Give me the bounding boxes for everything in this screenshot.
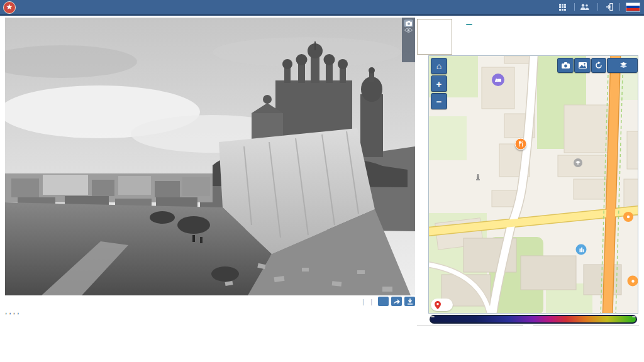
pastvu-page: ★ xyxy=(0,0,644,362)
watermark-button[interactable] xyxy=(378,297,389,306)
melnitsa-poi-icon[interactable] xyxy=(623,212,633,222)
grid-icon xyxy=(559,4,566,11)
top-navbar: ★ xyxy=(0,0,644,16)
uploader-drawing-thumbnail[interactable] xyxy=(417,19,452,55)
photo-info-block xyxy=(5,305,341,321)
propagandist-poi-icon[interactable] xyxy=(576,244,587,255)
users-icon xyxy=(580,4,589,10)
academy-poi-icon[interactable] xyxy=(574,158,582,167)
nav-separator xyxy=(597,3,598,11)
nav-login[interactable] xyxy=(604,3,614,11)
advisor-badge xyxy=(466,24,472,25)
photo-stats-strip xyxy=(402,18,415,62)
slonov-poi-icon[interactable] xyxy=(628,276,638,287)
restaurant-pin-icon[interactable] xyxy=(515,138,527,150)
main-photo[interactable] xyxy=(5,18,415,295)
map-camera-button[interactable] xyxy=(557,58,574,73)
map-zoom-in-button[interactable]: + xyxy=(431,75,447,92)
nav-separator xyxy=(574,3,575,11)
door-enter-icon xyxy=(606,3,614,11)
map-home-button[interactable]: ⌂ xyxy=(431,58,447,74)
map-provider-button[interactable] xyxy=(607,58,638,73)
historic-photo-image xyxy=(5,18,415,295)
camera-views-icon xyxy=(404,19,413,27)
eye-watchers-icon xyxy=(404,28,413,33)
russian-flag-icon[interactable] xyxy=(626,3,640,12)
map-refresh-button[interactable] xyxy=(591,58,606,73)
uploader-line xyxy=(464,19,640,26)
year-end-handle[interactable] xyxy=(632,316,636,317)
layers-icon xyxy=(620,62,627,69)
nav-register[interactable] xyxy=(580,4,592,10)
photo-meta-line xyxy=(5,307,341,315)
map-pin-icon xyxy=(433,300,443,310)
open-in-yandex-maps[interactable] xyxy=(431,299,453,311)
year-start-handle[interactable] xyxy=(431,316,435,317)
map-base-layer xyxy=(429,56,638,313)
year-range-slider[interactable] xyxy=(430,315,637,324)
nav-gallery[interactable] xyxy=(559,4,569,11)
nav-separator xyxy=(619,3,620,11)
nearest-images-header xyxy=(417,326,639,326)
map-zoom-out-button[interactable]: − xyxy=(431,93,447,109)
download-button[interactable] xyxy=(404,297,415,306)
hotel-poi-icon[interactable] xyxy=(492,74,504,86)
year-gradient-track xyxy=(431,316,636,322)
map-photo-layer-button[interactable] xyxy=(574,58,591,73)
share-button[interactable] xyxy=(391,297,402,306)
site-logo-star-icon[interactable]: ★ xyxy=(3,1,16,14)
yandex-map[interactable]: ⌂ + − xyxy=(428,55,638,314)
